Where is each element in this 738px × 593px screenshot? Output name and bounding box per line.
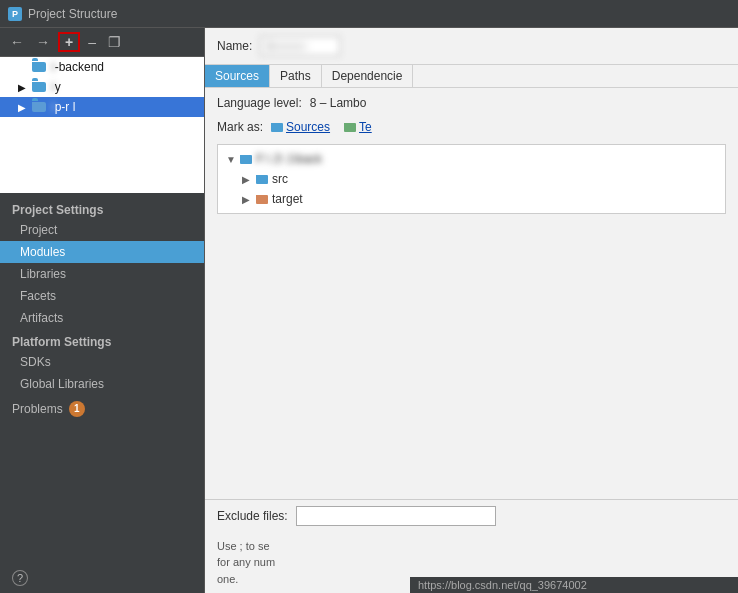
problems-section[interactable]: Problems 1 [0,395,204,423]
tree-item-backend[interactable]: i-backend [0,57,204,77]
folder-icon [256,195,268,204]
main-container: ← → + – ❐ i-backend ▶ iy ▶ [0,28,738,593]
app-icon: P [8,7,22,21]
nav-sdks[interactable]: SDKs [0,351,204,373]
file-tree-src[interactable]: ▶ src [218,169,725,189]
nav-project[interactable]: Project [0,219,204,241]
file-tree-target[interactable]: ▶ target [218,189,725,209]
language-level-label: Language level: [217,96,302,110]
mark-sources-button[interactable]: Sources [271,120,330,134]
copy-button[interactable]: ❐ [104,32,125,52]
hint-line-2: for any num [217,554,726,571]
tree-item-label: i-backend [52,60,104,74]
folder-blue-icon [271,123,283,132]
folder-icon [32,61,48,73]
tabs-row: Sources Paths Dependencie [205,65,738,88]
chevron-icon: ▶ [18,82,28,93]
sidebar-nav: Project Settings Project Modules Librari… [0,193,204,427]
mark-sources-label: Sources [286,120,330,134]
content-area: Name: i——— Sources Paths Dependencie Lan… [205,28,738,593]
title-bar-text: Project Structure [28,7,117,21]
hint-line-1: Use ; to se [217,538,726,555]
tree-item-3[interactable]: ▶ ip-r l [0,97,204,117]
remove-button[interactable]: – [84,32,100,52]
nav-modules[interactable]: Modules [0,241,204,263]
content-body: Language level: 8 – Lambo Mark as: Sourc… [205,88,738,499]
sidebar: ← → + – ❐ i-backend ▶ iy ▶ [0,28,205,593]
mark-as-row: Mark as: Sources Te [217,120,726,134]
file-tree: ▼ F:\ 2\ 1\back ▶ src ▶ target [217,144,726,214]
tab-paths[interactable]: Paths [270,65,322,87]
name-row: Name: i——— [205,28,738,65]
mark-tests-button[interactable]: Te [344,120,372,134]
folder-icon [240,155,252,164]
folder-icon [256,175,268,184]
problems-label: Problems [12,402,63,416]
project-settings-header: Project Settings [0,197,204,219]
language-level-row: Language level: 8 – Lambo [217,96,726,110]
tab-sources[interactable]: Sources [205,65,270,87]
exclude-label: Exclude files: [217,509,288,523]
mark-tests-label: Te [359,120,372,134]
sidebar-toolbar: ← → + – ❐ [0,28,204,57]
tree-item-label: iy [52,80,61,94]
mark-as-label: Mark as: [217,120,263,134]
title-bar: P Project Structure [0,0,738,28]
back-button[interactable]: ← [6,33,28,51]
name-input[interactable]: i——— [260,36,340,56]
url-bar: https://blog.csdn.net/qq_39674002 [410,577,738,593]
folder-icon [32,81,48,93]
add-button[interactable]: + [58,32,80,52]
platform-settings-header: Platform Settings [0,329,204,351]
tab-dependencies[interactable]: Dependencie [322,65,414,87]
chevron-icon: ▼ [226,154,236,165]
nav-artifacts[interactable]: Artifacts [0,307,204,329]
chevron-icon: ▶ [18,102,28,113]
nav-libraries[interactable]: Libraries [0,263,204,285]
tree-item-label: ip-r l [52,100,75,114]
language-level-value: 8 – Lambo [310,96,367,110]
folder-green-icon [344,123,356,132]
file-tree-target-label: target [272,192,303,206]
tree-item-2[interactable]: ▶ iy [0,77,204,97]
chevron-icon: ▶ [242,194,252,205]
folder-icon [32,101,48,113]
module-tree[interactable]: i-backend ▶ iy ▶ ip-r l [0,57,204,193]
nav-global-libraries[interactable]: Global Libraries [0,373,204,395]
name-label: Name: [217,39,252,53]
exclude-input[interactable] [296,506,496,526]
problems-badge: 1 [69,401,85,417]
forward-button[interactable]: → [32,33,54,51]
help-icon[interactable]: ? [0,562,204,593]
nav-facets[interactable]: Facets [0,285,204,307]
file-tree-src-label: src [272,172,288,186]
file-tree-root[interactable]: ▼ F:\ 2\ 1\back [218,149,725,169]
exclude-files-row: Exclude files: [205,499,738,532]
chevron-icon: ▶ [242,174,252,185]
file-tree-root-label: F:\ 2\ 1\back [256,152,322,166]
